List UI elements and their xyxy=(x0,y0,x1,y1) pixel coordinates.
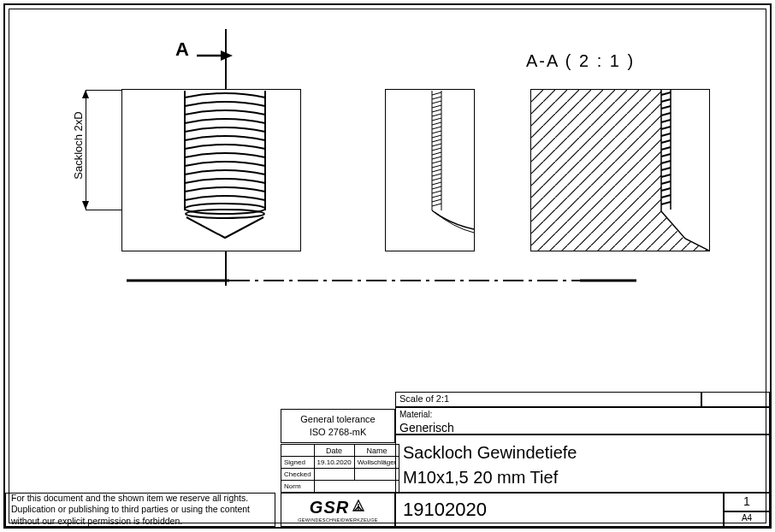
material-label: Material: xyxy=(399,410,432,419)
centerline xyxy=(127,275,640,286)
signed-name: Wollschläger xyxy=(354,457,399,469)
section-marker-label: A xyxy=(175,38,189,61)
material-cell: Material: Generisch xyxy=(395,407,770,434)
logo-cell: GSR GEWINDESCHNEIDWERKZEUGE xyxy=(281,493,395,527)
title-cell: Sackloch Gewindetiefe M10x1,5 20 mm Tief xyxy=(395,434,770,493)
title-line1: Sackloch Gewindetiefe xyxy=(403,440,762,465)
logo-subtext: GEWINDESCHNEIDWERKZEUGE xyxy=(298,517,377,523)
scale-cell: Scale of 2:1 xyxy=(395,392,701,407)
col-name: Name xyxy=(354,445,399,457)
tolerance-heading: General tolerance xyxy=(300,414,375,424)
hatch-pattern xyxy=(531,90,709,251)
dimension-label: Sackloch 2xD xyxy=(72,94,85,197)
logo-icon xyxy=(351,499,366,515)
copyright-text: For this document and the shown item we … xyxy=(11,493,269,526)
logo-text: GSR xyxy=(310,498,349,517)
section-view-label: A-A ( 2 : 1 ) xyxy=(526,51,635,71)
row-checked: Checked xyxy=(281,469,315,481)
approval-table: Date Name Signed 19.10.2020 Wollschläger… xyxy=(281,444,395,493)
col-date: Date xyxy=(314,445,354,457)
svg-marker-1 xyxy=(221,50,233,61)
sheet-cell: 1 xyxy=(724,493,770,511)
dimension-arrow-bottom-icon xyxy=(82,201,89,210)
copyright-cell: For this document and the shown item we … xyxy=(5,493,275,527)
dimension-ext-bottom xyxy=(86,210,121,210)
title-line2: M10x1,5 20 mm Tief xyxy=(403,465,762,490)
material-value: Generisch xyxy=(399,421,454,434)
dimension-ext-top xyxy=(86,90,121,91)
signed-date: 19.10.2020 xyxy=(314,457,354,469)
row-signed: Signed xyxy=(281,457,315,469)
section-arrow-icon xyxy=(195,47,238,64)
tolerance-standard: ISO 2768-mK xyxy=(310,427,367,437)
tolerance-cell: General tolerance ISO 2768-mK xyxy=(281,409,395,443)
drawing-number: 19102020 xyxy=(403,499,487,520)
dimension-line xyxy=(86,90,86,210)
format-cell: A4 xyxy=(724,511,770,527)
thread-graphic-view1 xyxy=(178,91,272,240)
drawing-number-cell: 19102020 xyxy=(395,493,724,527)
scale-empty-cell xyxy=(701,392,770,407)
scale-label: Scale of 2:1 xyxy=(399,393,449,404)
row-norm: Norm xyxy=(281,481,315,493)
thread-graphic-view2 xyxy=(429,91,481,240)
